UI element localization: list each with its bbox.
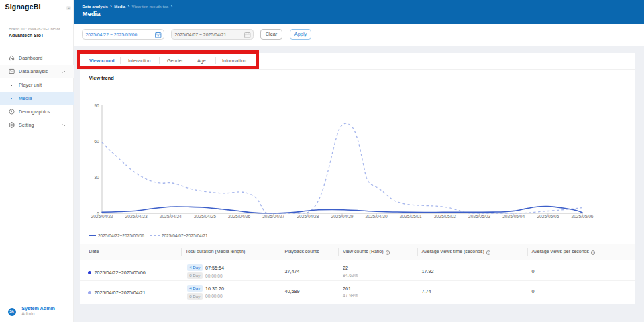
svg-text:2025/05/05: 2025/05/05 — [537, 214, 559, 219]
svg-text:2025/04/30: 2025/04/30 — [366, 214, 388, 219]
svg-text:2025/04/25: 2025/04/25 — [194, 214, 216, 219]
svg-text:2025/04/22: 2025/04/22 — [91, 214, 113, 219]
svg-text:2025/04/28: 2025/04/28 — [297, 214, 319, 219]
svg-text:90: 90 — [94, 103, 99, 108]
svg-text:2025/04/24: 2025/04/24 — [160, 214, 182, 219]
svg-text:60: 60 — [94, 139, 99, 144]
svg-text:2025/05/04: 2025/05/04 — [502, 214, 525, 219]
svg-text:30: 30 — [94, 175, 99, 180]
svg-text:2025/05/06: 2025/05/06 — [571, 214, 593, 219]
svg-text:2025/04/27: 2025/04/27 — [262, 214, 284, 219]
svg-text:2025/05/02: 2025/05/02 — [434, 214, 456, 219]
svg-text:2025/04/23: 2025/04/23 — [125, 214, 148, 219]
svg-text:2025/05/01: 2025/05/01 — [400, 214, 422, 219]
svg-text:2025/05/03: 2025/05/03 — [468, 214, 490, 219]
svg-text:2025/04/29: 2025/04/29 — [331, 214, 353, 219]
svg-text:2025/04/26: 2025/04/26 — [228, 214, 250, 219]
